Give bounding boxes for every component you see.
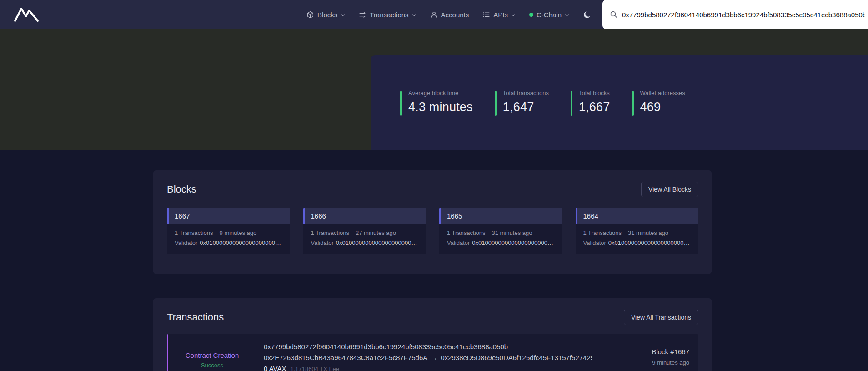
blocks-list: 1667 1 Transactions9 minutes ago Validat… — [167, 208, 698, 254]
nav-label: APIs — [493, 11, 508, 19]
transaction-type: Contract Creation — [186, 351, 239, 359]
block-number: 1666 — [303, 208, 426, 224]
validator-address: 0x01000000000000000000000000000000000000… — [472, 239, 556, 246]
validator-address: 0x01000000000000000000000000000000000000… — [200, 239, 283, 246]
validator-label: Validator — [447, 239, 470, 246]
nav-item-blocks[interactable]: Blocks — [306, 11, 345, 19]
transaction-status-badge: Success — [201, 362, 223, 369]
person-icon — [430, 11, 438, 19]
block-age: 31 minutes ago — [492, 229, 532, 236]
stat-accent-bar — [400, 91, 402, 116]
block-tx-count: 1 Transactions — [175, 229, 213, 236]
block-card-1666[interactable]: 1666 1 Transactions27 minutes ago Valida… — [303, 208, 426, 254]
validator-label: Validator — [311, 239, 334, 246]
validator-label: Validator — [175, 239, 197, 246]
block-tx-count: 1 Transactions — [311, 229, 350, 236]
stat-label: Total blocks — [579, 90, 610, 97]
transaction-details: 0x7799bd580272f9604140b6991d3bb6c19924bf… — [256, 334, 601, 371]
validator-label: Validator — [583, 239, 606, 246]
cube-icon — [306, 11, 314, 19]
nav-label: Accounts — [441, 11, 469, 19]
transaction-row[interactable]: Contract Creation Success 0x7799bd580272… — [167, 334, 698, 371]
transactions-section-title: Transactions — [167, 311, 224, 323]
block-number: 1667 — [167, 208, 290, 224]
chevron-down-icon — [412, 14, 416, 17]
block-age: 9 minutes ago — [220, 229, 257, 236]
block-tx-count: 1 Transactions — [447, 229, 486, 236]
transaction-amount: 0 AVAX — [264, 365, 286, 371]
blocks-card: Blocks View All Blocks 1667 1 Transactio… — [153, 170, 712, 274]
block-number: 1665 — [439, 208, 562, 224]
stat-value: 1,647 — [503, 100, 549, 114]
validator-address: 0x01000000000000000000000000000000000000… — [336, 239, 420, 246]
stat-accent-bar — [632, 91, 634, 116]
nav-menu: Blocks Transactions Accounts APIs — [306, 10, 592, 19]
stat-value: 1,667 — [579, 100, 610, 114]
block-card-1667[interactable]: 1667 1 Transactions9 minutes ago Validat… — [167, 208, 290, 254]
arrow-right-icon: → — [431, 354, 437, 361]
nav-label: Transactions — [370, 11, 408, 19]
stat-wallet-addresses: Wallet addresses 469 — [632, 90, 685, 116]
transactions-icon — [359, 11, 366, 19]
stat-label: Total transactions — [503, 90, 549, 97]
stat-total-blocks: Total blocks 1,667 — [571, 90, 610, 116]
transaction-type-cell: Contract Creation Success — [168, 334, 256, 371]
block-card-1664[interactable]: 1664 1 Transactions31 minutes ago Valida… — [576, 208, 699, 254]
search-bar — [602, 0, 868, 29]
search-icon — [610, 10, 618, 19]
validator-address: 0x01000000000000000000000000000000000000… — [608, 239, 692, 246]
nav-item-accounts[interactable]: Accounts — [430, 11, 469, 19]
block-number: 1664 — [576, 208, 699, 224]
stat-total-transactions: Total transactions 1,647 — [495, 90, 549, 116]
transaction-hash-link[interactable]: 0x7799bd580272f9604140b6991d3bb6c19924bf… — [264, 343, 592, 351]
search-input[interactable] — [622, 11, 868, 19]
stat-value: 4.3 minutes — [408, 100, 473, 114]
transactions-card: Transactions View All Transactions Contr… — [153, 298, 712, 371]
transaction-age: 9 minutes ago — [601, 359, 689, 366]
stat-value: 469 — [640, 100, 685, 114]
block-age: 27 minutes ago — [356, 229, 396, 236]
list-icon — [482, 11, 490, 19]
avalanche-logo[interactable] — [14, 7, 39, 22]
hero-section: Average block time 4.3 minutes Total tra… — [0, 29, 868, 150]
stat-label: Wallet addresses — [640, 90, 685, 97]
stat-accent-bar — [495, 91, 497, 116]
chain-selector[interactable]: C-Chain — [529, 11, 569, 19]
to-address-link[interactable]: 0x2938eD5D869e50DA6f125dfc45F13157f52742… — [441, 354, 592, 361]
transaction-block-link[interactable]: Block #1667 — [601, 348, 689, 356]
block-age: 31 minutes ago — [628, 229, 668, 236]
nav-item-apis[interactable]: APIs — [482, 11, 516, 19]
stat-average-block-time: Average block time 4.3 minutes — [400, 90, 473, 116]
theme-toggle[interactable] — [583, 10, 592, 19]
blocks-section-title: Blocks — [167, 183, 196, 195]
stat-accent-bar — [571, 91, 572, 116]
chain-selector-label: C-Chain — [537, 11, 562, 19]
from-address-link[interactable]: 0x2E7263d815CbB43a9647843C8a1e2F5c87F75d… — [264, 354, 427, 361]
chevron-down-icon — [341, 14, 345, 17]
stats-panel: Average block time 4.3 minutes Total tra… — [371, 55, 868, 150]
transaction-fee: 1.1718604 TX Fee — [290, 366, 339, 371]
block-tx-count: 1 Transactions — [583, 229, 622, 236]
avalanche-logo-icon — [14, 7, 39, 22]
moon-icon — [583, 10, 592, 19]
nav-label: Blocks — [317, 11, 337, 19]
nav-item-transactions[interactable]: Transactions — [359, 11, 416, 19]
view-all-blocks-button[interactable]: View All Blocks — [641, 182, 698, 197]
top-navbar: Blocks Transactions Accounts APIs — [0, 0, 868, 29]
chevron-down-icon — [565, 14, 569, 17]
block-card-1665[interactable]: 1665 1 Transactions31 minutes ago Valida… — [439, 208, 562, 254]
chevron-down-icon — [511, 14, 516, 17]
view-all-transactions-button[interactable]: View All Transactions — [624, 310, 698, 325]
stat-label: Average block time — [408, 90, 473, 97]
transaction-meta: Block #1667 9 minutes ago — [601, 334, 698, 371]
chain-status-dot-icon — [529, 13, 533, 17]
